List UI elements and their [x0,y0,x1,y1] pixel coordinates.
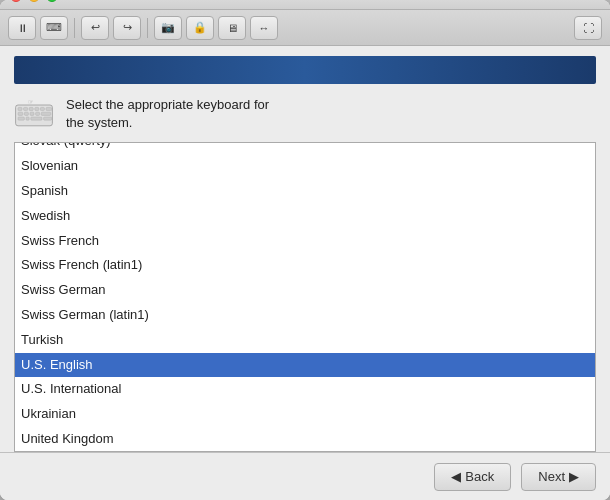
list-item[interactable]: Slovenian [15,154,595,179]
next-button[interactable]: Next ▶ [521,463,596,491]
fullscreen-button[interactable]: ⛶ [574,16,602,40]
list-item[interactable]: Swiss German (latin1) [15,303,595,328]
window-title: CentOS 6.4 [271,0,339,3]
lock-icon: 🔒 [193,21,207,34]
list-item[interactable]: Spanish [15,179,595,204]
svg-rect-10 [36,112,40,115]
list-section: PortugueseRomanianRussianSerbianSerbian … [0,142,610,452]
pause-button[interactable]: ⏸ [8,16,36,40]
svg-rect-4 [35,107,39,110]
main-content: ☞ Select the appropriate keyboard for th… [0,46,610,500]
back-icon: ↩ [91,21,100,34]
svg-rect-15 [44,117,52,120]
svg-rect-1 [18,107,22,110]
svg-text:☞: ☞ [28,98,33,105]
title-bar: CentOS 6.4 [0,0,610,10]
keyboard-icon: ⌨ [46,21,62,34]
list-item[interactable]: Swiss German [15,278,595,303]
back-button[interactable]: ◀ Back [434,463,511,491]
svg-rect-11 [41,112,51,115]
display-icon: 🖥 [227,22,238,34]
resize-button[interactable]: ↔ [250,16,278,40]
list-item[interactable]: Ukrainian [15,402,595,427]
svg-rect-5 [40,107,44,110]
back-toolbar-button[interactable]: ↩ [81,16,109,40]
close-button[interactable] [10,0,22,2]
list-item[interactable]: Swiss French [15,229,595,254]
intro-text: Select the appropriate keyboard for the … [66,96,269,132]
next-arrow-icon: ▶ [569,469,579,484]
minimize-button[interactable] [28,0,40,2]
svg-rect-6 [46,107,52,110]
list-item[interactable]: United Kingdom [15,427,595,452]
intro-section: ☞ Select the appropriate keyboard for th… [0,92,610,142]
fullscreen-icon: ⛶ [583,22,594,34]
snapshot-button[interactable]: 📷 [154,16,182,40]
keyboard-list[interactable]: PortugueseRomanianRussianSerbianSerbian … [14,142,596,452]
resize-icon: ↔ [259,22,270,34]
svg-rect-13 [26,117,29,120]
svg-rect-3 [29,107,33,110]
main-window: CentOS 6.4 ⏸ ⌨ ↩ ↪ 📷 🔒 🖥 ↔ ⛶ [0,0,610,500]
snapshot-icon: 📷 [161,21,175,34]
list-item[interactable]: Slovak (qwerty) [15,142,595,154]
list-item[interactable]: Swedish [15,204,595,229]
send-key-button[interactable]: ⌨ [40,16,68,40]
list-item[interactable]: U.S. English [15,353,595,378]
forward-icon: ↪ [123,21,132,34]
forward-toolbar-button[interactable]: ↪ [113,16,141,40]
bottom-bar: ◀ Back Next ▶ [0,452,610,500]
keyboard-graphic: ☞ [14,98,54,130]
svg-rect-8 [24,112,28,115]
svg-rect-2 [24,107,28,110]
svg-rect-7 [18,112,23,115]
toolbar-separator-2 [147,18,148,38]
list-item[interactable]: Swiss French (latin1) [15,253,595,278]
back-arrow-icon: ◀ [451,469,461,484]
svg-rect-9 [30,112,34,115]
svg-rect-14 [31,117,42,120]
pause-icon: ⏸ [17,22,28,34]
list-item[interactable]: U.S. International [15,377,595,402]
svg-rect-12 [18,117,24,120]
toolbar: ⏸ ⌨ ↩ ↪ 📷 🔒 🖥 ↔ ⛶ [0,10,610,46]
lock-button[interactable]: 🔒 [186,16,214,40]
toolbar-separator [74,18,75,38]
list-item[interactable]: Turkish [15,328,595,353]
progress-bar [14,56,596,84]
maximize-button[interactable] [46,0,58,2]
display-button[interactable]: 🖥 [218,16,246,40]
traffic-lights [10,0,58,2]
